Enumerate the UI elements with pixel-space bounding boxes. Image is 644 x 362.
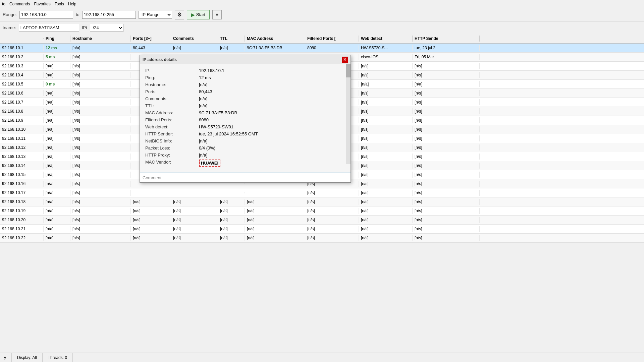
comments-label: Comments: <box>145 96 199 101</box>
cell-webdetect: [n/s] <box>359 126 413 132</box>
ip-details-dialog[interactable]: IP address details ✕ IP: 192.168.10.1 Pi… <box>140 55 351 183</box>
cell-hostname: [n/s] <box>70 199 131 205</box>
th-filtered[interactable]: Filtered Ports [ <box>305 36 359 42</box>
columns-button[interactable]: ≡ <box>212 10 222 19</box>
th-ip <box>0 38 44 39</box>
table-row[interactable]: 92.168.10.1 12 ms [n/a] 80,443 [n/a] [n/… <box>0 44 644 53</box>
cell-ip: 92.168.10.5 <box>0 81 44 87</box>
detail-hostname-row: Hostname: [n/a] <box>145 82 345 87</box>
table-row[interactable]: 92.168.10.19 [n/a] [n/s] [n/s] [n/s] [n/… <box>0 206 644 216</box>
cell-ping: 0 ms <box>44 81 70 87</box>
menu-item-favorites[interactable]: Favorites <box>34 2 50 6</box>
cell-mac: [n/s] <box>245 235 305 241</box>
cell-ip: 92.168.10.10 <box>0 126 44 132</box>
table-row[interactable]: 92.168.10.22 [n/a] [n/s] [n/s] [n/s] [n/… <box>0 234 644 243</box>
cell-comments: [n/s] <box>171 208 218 214</box>
cell-ping: [n/a] <box>44 235 70 241</box>
table-row[interactable]: 92.168.10.21 [n/a] [n/s] [n/s] [n/s] [n/… <box>0 225 644 234</box>
cell-httpsender: Fri, 05 Mar <box>413 54 480 60</box>
cell-comments: [n/s] <box>171 226 218 232</box>
range-end-input[interactable] <box>82 11 136 19</box>
dialog-scrollbar[interactable] <box>346 64 351 164</box>
detail-netbios-row: NetBIOS Info: [n/a] <box>145 138 345 143</box>
cell-hostname: [n/s] <box>70 235 131 241</box>
webdetect-label: Web detect: <box>145 124 199 129</box>
mac-label: MAC Address: <box>145 110 199 115</box>
columns-icon: ≡ <box>216 12 218 17</box>
cell-comments <box>171 192 218 193</box>
ports-label: Ports: <box>145 89 199 94</box>
cell-httpsender: [n/s] <box>413 63 480 69</box>
th-mac[interactable]: MAC Address <box>245 36 305 42</box>
menu-item-to[interactable]: to <box>2 2 5 6</box>
cell-ttl: [n/s] <box>218 226 245 232</box>
cell-hostname: [n/s] <box>70 144 131 150</box>
th-comments[interactable]: Comments <box>171 36 218 42</box>
cell-ping: [n/a] <box>44 90 70 96</box>
cell-mac: [n/s] <box>245 217 305 223</box>
cell-ip: 92.168.10.9 <box>0 117 44 123</box>
cell-webdetect: cisco-IOS <box>359 54 413 60</box>
detail-httpproxy-row: HTTP Proxy: [n/a] <box>145 153 345 158</box>
cell-httpsender: [n/s] <box>413 181 480 187</box>
settings-button[interactable]: ⚙ <box>175 10 184 19</box>
dialog-close-button[interactable]: ✕ <box>342 57 348 63</box>
cell-ip: 92.168.10.18 <box>0 199 44 205</box>
cell-httpsender: [n/s] <box>413 208 480 214</box>
detail-httpsender-row: HTTP Sender: tue, 23 jul 2024 16:52:55 G… <box>145 131 345 136</box>
cell-filtered: [n/s] <box>305 217 359 223</box>
table-row[interactable]: 92.168.10.18 [n/a] [n/s] [n/s] [n/s] [n/… <box>0 197 644 206</box>
cell-mac: 9C:71:3A:F5:B3:DB <box>245 45 305 51</box>
cell-ping: [n/a] <box>44 117 70 123</box>
cell-ip: 92.168.10.1 <box>0 45 44 51</box>
table-row[interactable]: 92.168.10.17 [n/a] [n/s] [n/s] [n/s] [n/… <box>0 188 644 197</box>
cell-hostname: [n/s] <box>70 181 131 187</box>
cell-hostname: [n/s] <box>70 154 131 160</box>
start-button[interactable]: ▶ Start <box>187 10 210 19</box>
cell-hostname: [n/s] <box>70 217 131 223</box>
start-label: Start <box>196 12 205 17</box>
cell-ping: [n/a] <box>44 99 70 105</box>
table-row[interactable]: 92.168.10.20 [n/a] [n/s] [n/s] [n/s] [n/… <box>0 216 644 225</box>
cell-ping: [n/a] <box>44 63 70 69</box>
play-icon: ▶ <box>191 12 195 17</box>
cell-httpsender: tue, 23 jul 2 <box>413 45 480 51</box>
ping-label: Ping: <box>145 75 199 80</box>
cell-webdetect: HW-S5720-S... <box>359 45 413 51</box>
range-label: Range: <box>3 12 17 17</box>
menu-item-help[interactable]: Help <box>68 2 76 6</box>
hostname-label: tname: <box>3 25 16 30</box>
comment-input[interactable] <box>143 175 348 180</box>
cell-hostname: [n/s] <box>70 108 131 114</box>
cell-ip: 92.168.10.21 <box>0 226 44 232</box>
cell-hostname: [n/s] <box>70 90 131 96</box>
cell-ip: 92.168.10.19 <box>0 208 44 214</box>
cidr-dropdown[interactable]: /24 <box>90 24 123 32</box>
cell-ip: 92.168.10.6 <box>0 90 44 96</box>
scan-type-dropdown[interactable]: IP Range <box>139 11 172 19</box>
macvendor-value: HUAWEI <box>199 160 220 167</box>
cell-httpsender: [n/s] <box>413 72 480 78</box>
dialog-body: IP: 192.168.10.1 Ping: 12 ms Hostname: [… <box>140 64 351 173</box>
menu-item-commands[interactable]: Commands <box>9 2 30 6</box>
cell-ping: [n/a] <box>44 126 70 132</box>
cell-filtered: [n/s] <box>305 226 359 232</box>
cell-hostname: [n/s] <box>70 190 131 196</box>
menu-item-tools[interactable]: Tools <box>55 2 64 6</box>
cell-hostname: [n/s] <box>70 226 131 232</box>
th-httpsender[interactable]: HTTP Sende <box>413 36 480 42</box>
statusbar: y Display: All Threads: 0 <box>0 353 644 362</box>
toolbar-row1: Range: to IP Range ⚙ ▶ Start ≡ <box>0 8 644 21</box>
cell-ping: [n/a] <box>44 226 70 232</box>
th-ports[interactable]: Ports [3+] <box>131 36 171 42</box>
detail-webdetect-row: Web detect: HW-S5720-SW01 <box>145 124 345 129</box>
cell-mac: [n/s] <box>245 199 305 205</box>
th-webdetect[interactable]: Web detect <box>359 36 413 42</box>
cell-ip: 92.168.10.20 <box>0 217 44 223</box>
th-ttl[interactable]: TTL <box>218 36 245 42</box>
hostname-input[interactable] <box>19 24 79 32</box>
range-start-input[interactable] <box>19 11 73 19</box>
th-hostname[interactable]: Hostname <box>70 36 131 42</box>
ports-value: 80,443 <box>199 89 212 94</box>
th-ping[interactable]: Ping <box>44 36 70 42</box>
